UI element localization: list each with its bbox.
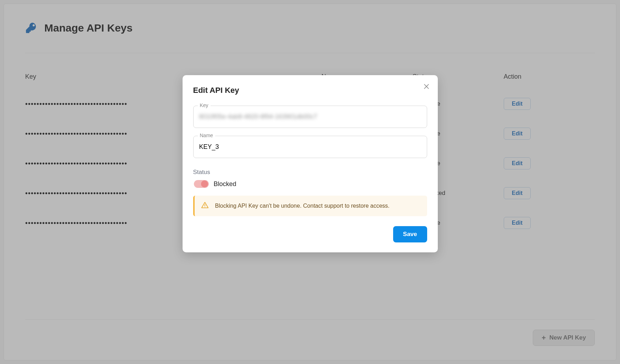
status-toggle-label: Blocked xyxy=(214,180,236,188)
name-field: Name xyxy=(193,136,427,158)
close-icon[interactable] xyxy=(421,82,431,91)
svg-point-0 xyxy=(205,207,205,207)
key-field: Key xyxy=(193,106,427,128)
name-field-label: Name xyxy=(198,133,215,138)
warning-text: Blocking API Key can't be undone. Contac… xyxy=(215,203,390,209)
status-toggle[interactable] xyxy=(194,180,209,188)
toggle-thumb xyxy=(201,180,208,187)
name-input[interactable] xyxy=(199,136,422,158)
modal-title: Edit API Key xyxy=(193,86,427,95)
edit-api-key-modal: Edit API Key Key Name Status Blocked xyxy=(183,75,438,252)
modal-overlay[interactable]: Edit API Key Key Name Status Blocked xyxy=(0,0,620,364)
status-section-label: Status xyxy=(193,169,427,176)
key-input xyxy=(199,106,422,128)
save-button[interactable]: Save xyxy=(393,226,427,242)
warning-banner: Blocking API Key can't be undone. Contac… xyxy=(193,196,427,216)
warning-icon xyxy=(201,201,209,211)
